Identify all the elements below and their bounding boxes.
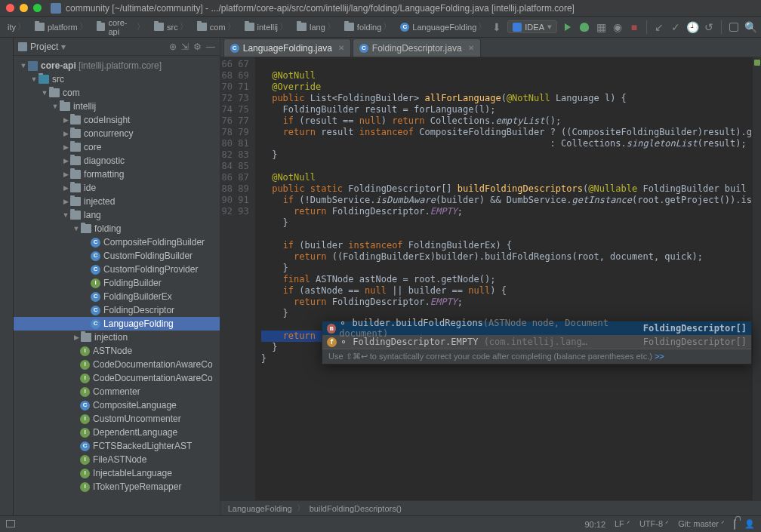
completion-hint: Use ⇧⌘↩ to syntactically correct your co… [322,349,751,364]
hide-icon[interactable]: — [206,42,215,52]
crumb: platform〉 [32,20,92,34]
window-title: community [~/ultimate/community] - .../p… [66,3,575,14]
run-config-selector[interactable]: IDEA ▾ [507,20,557,33]
project-tree[interactable]: core-api [intellij.platform.core] src co… [14,56,220,515]
class-icon: C [400,23,409,32]
error-stripe[interactable] [752,57,761,500]
crumb: intellij〉 [242,20,293,34]
build-icon[interactable]: ⬇︎ [491,21,503,33]
line-separator[interactable]: LF ᐟ [615,519,630,529]
inspection-indicator [754,60,760,66]
crumb: src〉 [151,20,193,34]
folder-icon [154,23,164,31]
completion-item[interactable]: f⚬ FoldingDescriptor.EMPTY (com.intellij… [322,335,751,349]
project-icon [51,3,61,14]
folder-icon [297,23,307,31]
folder-icon [197,23,207,31]
editor-tab[interactable]: CLanguageFolding.java✕ [223,38,351,57]
close-icon[interactable]: ✕ [338,44,344,52]
settings-gear-icon[interactable]: ⚙ [193,42,202,52]
folder-icon [344,23,354,31]
collapse-all-icon[interactable]: ⇲ [181,42,189,52]
editor-tab[interactable]: CFoldingDescriptor.java✕ [353,38,481,57]
editor-breadcrumbs[interactable]: LanguageFolding〉buildFoldingDescriptors(… [220,500,761,515]
profile-button[interactable]: ◉ [612,21,624,33]
idea-app-icon [513,23,522,32]
vcs-commit-button[interactable]: ✓ [670,21,682,33]
coverage-button[interactable]: ▦ [595,21,607,33]
tree-selected-item: CLanguageFolding [14,317,220,331]
method-icon: m [327,324,336,334]
line-gutter[interactable]: 66 67 68 69 70 71 72 73 74 75 76 77 78 7… [220,57,255,500]
crumb: com〉 [194,20,240,34]
editor-tabs: CLanguageFolding.java✕ CFoldingDescripto… [220,38,761,57]
tool-windows-icon[interactable] [6,520,15,527]
crumb: core-api〉 [94,17,149,38]
vcs-history-button[interactable]: 🕘 [686,21,698,33]
run-button[interactable] [562,21,574,33]
code-editor[interactable]: @NotNull @Override public List<FoldingBu… [255,57,752,500]
crumb: lang〉 [294,20,340,34]
caret-position[interactable]: 90:12 [584,520,605,529]
structure-button[interactable] [728,21,740,33]
minimize-window-button[interactable] [20,4,28,12]
zoom-window-button[interactable] [33,4,42,12]
hint-more-link[interactable]: >> [655,352,664,361]
folder-icon [97,23,106,31]
file-encoding[interactable]: UTF-8 ᐟ [639,519,669,529]
navigation-breadcrumbs[interactable]: ity〉 platform〉 core-api〉 src〉 com〉 intel… [5,17,491,38]
debug-button[interactable] [578,21,590,33]
crumb: folding〉 [341,20,396,34]
stop-button[interactable]: ■ [628,21,640,33]
folder-icon [245,23,254,31]
project-view-selector[interactable]: Project ▾ [18,42,66,52]
titlebar: community [~/ultimate/community] - .../p… [0,0,761,17]
crumb: CLanguageFolding〉 [397,20,491,34]
folder-icon [39,75,49,84]
status-bar: 90:12 LF ᐟ UTF-8 ᐟ Git: master ᐟ 👤 [0,515,761,532]
scroll-from-source-icon[interactable]: ⊕ [169,42,177,52]
package-icon [60,102,70,111]
vcs-revert-button[interactable]: ↺ [703,21,715,33]
read-only-toggle[interactable] [734,520,735,529]
search-everywhere-button[interactable]: 🔍 [744,21,756,33]
module-icon [28,61,38,71]
package-icon [49,88,60,97]
folder-icon [35,23,45,31]
project-tool-window: Project ▾ ⊕ ⇲ ⚙ — core-api [intellij.pla… [14,38,220,515]
close-window-button[interactable] [6,4,14,12]
hector-icon[interactable]: 👤 [744,519,755,529]
git-branch[interactable]: Git: master ᐟ [678,519,725,529]
crumb: ity〉 [5,20,30,34]
field-icon: f [327,337,337,347]
tool-window-stripe[interactable] [0,38,14,515]
vcs-update-button[interactable]: ↙ [653,21,665,33]
close-icon[interactable]: ✕ [468,44,474,52]
completion-item[interactable]: m⚬ builder.buildFoldRegions(ASTNode node… [322,321,751,335]
code-completion-popup[interactable]: m⚬ builder.buildFoldRegions(ASTNode node… [322,321,752,364]
